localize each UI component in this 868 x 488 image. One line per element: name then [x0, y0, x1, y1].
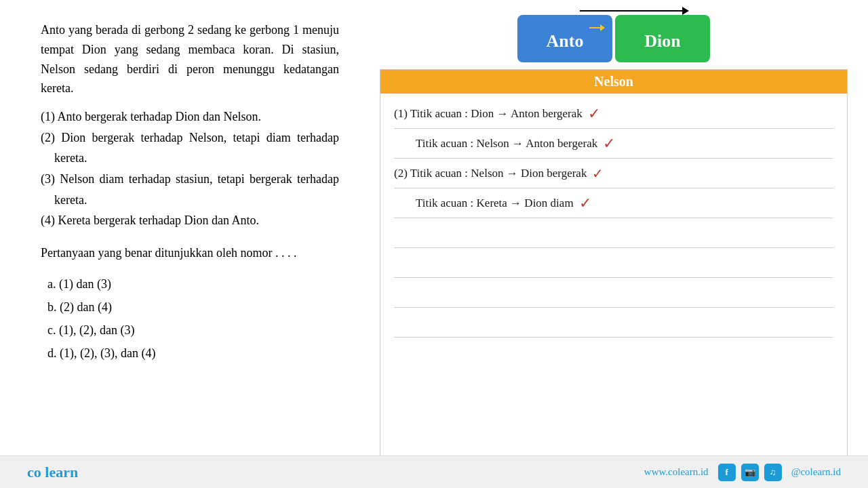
hw-text-1: (1) Titik acuan : Dion → Anton bergerak [394, 107, 583, 121]
handwritten-line-2: Titik acuan : Nelson → Anton bergerak ✓ [394, 129, 833, 159]
blank-line-1 [394, 218, 833, 248]
list-item-3: (3) Nelson diam terhadap stasiun, tetapi… [41, 169, 339, 210]
list-item-2: (2) Dion bergerak terhadap Nelson, tetap… [41, 127, 339, 169]
answer-b: b. (2) dan (4) [41, 296, 339, 319]
footer: co learn www.colearn.id f 📷 ♫ @colearn.i… [0, 455, 868, 488]
check-4: ✓ [579, 195, 591, 212]
question-paragraph: Anto yang berada di gerbong 2 sedang ke … [41, 20, 339, 98]
check-2: ✓ [603, 135, 615, 152]
instagram-icon: 📷 [741, 464, 759, 481]
anto-label: Anto [547, 31, 584, 52]
list-item-4: (4) Kereta bergerak terhadap Dion dan An… [41, 210, 339, 231]
train-box-dion: Dion [615, 15, 710, 62]
nelson-label: Nelson [380, 70, 847, 94]
left-panel: Anto yang berada di gerbong 2 sedang ke … [0, 0, 366, 488]
blank-line-4 [394, 308, 833, 338]
list-item-1: (1) Anto bergerak terhadap Dion dan Nels… [41, 106, 339, 127]
page-container: Anto yang berada di gerbong 2 sedang ke … [0, 0, 868, 488]
question-prompt: Pertanyaan yang benar ditunjukkan oleh n… [41, 243, 339, 263]
handwritten-line-1: (1) Titik acuan : Dion → Anton bergerak … [394, 99, 833, 129]
hw-text-3: (2) Titik acuan : Nelson → Dion bergerak [394, 167, 587, 180]
answer-a: a. (1) dan (3) [41, 272, 339, 296]
blank-line-2 [394, 248, 833, 278]
tiktok-icon: ♫ [764, 464, 782, 481]
right-panel: Anto Dion Nelson (1) Titik acuan : Dion … [366, 0, 868, 488]
handwritten-content: (1) Titik acuan : Dion → Anton bergerak … [380, 94, 847, 343]
answer-options: a. (1) dan (3) b. (2) dan (4) c. (1), (2… [41, 272, 339, 365]
logo-learn: learn [45, 464, 78, 481]
direction-arrow [580, 10, 688, 12]
social-icons: f 📷 ♫ [718, 464, 782, 481]
check-1: ✓ [588, 105, 600, 123]
logo-co: co [27, 464, 41, 481]
dion-label: Dion [644, 31, 680, 52]
check-3: ✓ [592, 165, 604, 182]
anto-arrow-line [589, 27, 604, 28]
answer-d: d. (1), (2), (3), dan (4) [41, 342, 339, 365]
social-handle: @colearn.id [791, 466, 841, 478]
train-box-anto: Anto [517, 15, 612, 62]
train-boxes: Anto Dion [517, 15, 710, 62]
footer-website: www.colearn.id [644, 466, 709, 478]
top-arrow [580, 10, 688, 12]
hw-text-4: Titik acuan : Kereta → Dion diam [394, 197, 574, 210]
train-diagram: Anto Dion [380, 10, 848, 62]
anto-arrow [589, 27, 604, 28]
footer-logo: co learn [27, 464, 78, 481]
facebook-icon: f [718, 464, 736, 481]
blank-line-3 [394, 278, 833, 308]
handwritten-line-3: (2) Titik acuan : Nelson → Dion bergerak… [394, 159, 833, 188]
handwritten-line-4: Titik acuan : Kereta → Dion diam ✓ [394, 188, 833, 218]
hw-text-2: Titik acuan : Nelson → Anton bergerak [394, 137, 597, 150]
numbered-list: (1) Anto bergerak terhadap Dion dan Nels… [41, 106, 339, 231]
footer-right: www.colearn.id f 📷 ♫ @colearn.id [644, 464, 841, 481]
answer-c: c. (1), (2), dan (3) [41, 319, 339, 342]
answer-area: Nelson (1) Titik acuan : Dion → Anton be… [380, 69, 848, 474]
